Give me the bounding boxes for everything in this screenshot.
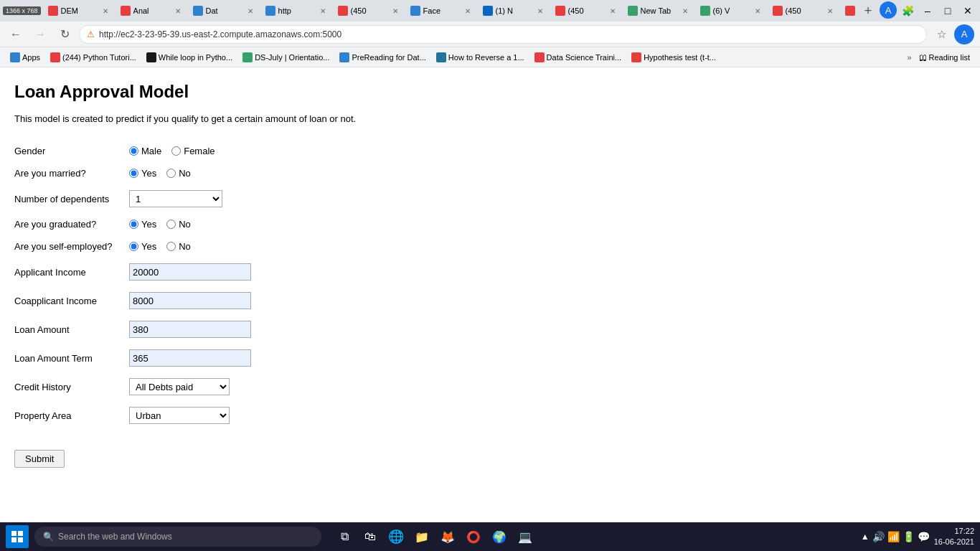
self-employed-yes-option[interactable]: Yes bbox=[129, 241, 156, 252]
property-area-select[interactable]: Urban Rural Semiurban bbox=[129, 407, 230, 424]
network-status-icon[interactable]: 📶 bbox=[887, 531, 900, 542]
self-employed-row: Are you self-employed? Yes No bbox=[14, 241, 966, 252]
tab-close-tab7[interactable]: ✕ bbox=[537, 7, 543, 15]
title-bar: 980 x 551 DEM ✕ Anal ✕ Dat ✕ http ✕ (45… bbox=[0, 0, 980, 22]
browser-tab-tab3[interactable]: Dat ✕ bbox=[187, 1, 259, 20]
bookmark-bm2[interactable]: (244) Python Tutori... bbox=[46, 51, 141, 64]
bookmark-bm7[interactable]: Data Science Traini... bbox=[530, 51, 626, 64]
married-no-option[interactable]: No bbox=[166, 168, 191, 179]
graduated-yes-option[interactable]: Yes bbox=[129, 219, 156, 230]
bookmark-bm3[interactable]: While loop in Pytho... bbox=[142, 51, 237, 64]
graduated-no-option[interactable]: No bbox=[166, 219, 191, 230]
bookmark-label-bm5: PreReading for Dat... bbox=[352, 53, 425, 62]
loan-term-input[interactable] bbox=[129, 349, 251, 367]
edge-browser-icon[interactable]: 🌐 bbox=[385, 525, 407, 548]
tab-close-tab4[interactable]: ✕ bbox=[320, 7, 326, 15]
tab-close-tab11[interactable]: ✕ bbox=[827, 7, 833, 15]
bookmark-bm1[interactable]: Apps bbox=[6, 51, 44, 64]
battery-icon[interactable]: 🔋 bbox=[903, 531, 915, 542]
browser-tab-tab8[interactable]: (450 ✕ bbox=[550, 1, 621, 20]
firefox-icon[interactable]: 🦊 bbox=[436, 525, 459, 548]
browser-tab-tab4[interactable]: http ✕ bbox=[260, 1, 331, 20]
file-explorer-icon[interactable]: 📁 bbox=[410, 525, 433, 548]
gender-female-radio[interactable] bbox=[171, 146, 181, 156]
married-no-radio[interactable] bbox=[166, 169, 176, 178]
minimize-button[interactable]: – bbox=[918, 1, 937, 20]
gender-male-option[interactable]: Male bbox=[129, 146, 161, 156]
tab-title-tab3: Dat bbox=[206, 6, 245, 15]
browser-tab-tab7[interactable]: (1) N ✕ bbox=[477, 1, 549, 20]
taskbar-time[interactable]: 17:22 16-06-2021 bbox=[934, 526, 974, 548]
page-content: Loan Approval Model This model is create… bbox=[0, 67, 980, 522]
loan-amount-input[interactable] bbox=[129, 321, 251, 338]
gender-female-option[interactable]: Female bbox=[171, 146, 215, 156]
volume-icon[interactable]: 🔊 bbox=[872, 531, 885, 542]
coapplicant-income-label: Coapplicant Income bbox=[14, 296, 129, 306]
reading-list-button[interactable]: 🕮 Reading list bbox=[915, 52, 974, 63]
network-icon[interactable]: 🌍 bbox=[488, 525, 511, 548]
back-button[interactable]: ← bbox=[6, 24, 26, 44]
browser-tab-tab10[interactable]: (6) V ✕ bbox=[694, 1, 766, 20]
user-profile-icon[interactable]: A bbox=[954, 24, 974, 44]
notification-icon[interactable]: 💬 bbox=[918, 531, 930, 542]
married-yes-radio[interactable] bbox=[129, 169, 138, 178]
tab-close-tab9[interactable]: ✕ bbox=[682, 7, 688, 15]
tab-close-tab5[interactable]: ✕ bbox=[392, 7, 398, 15]
browser-tab-tab11[interactable]: (450 ✕ bbox=[767, 1, 839, 20]
new-tab-button[interactable]: + bbox=[858, 1, 878, 20]
forward-button[interactable]: → bbox=[30, 24, 50, 44]
start-button[interactable] bbox=[6, 525, 29, 548]
task-view-button[interactable]: ⧉ bbox=[333, 525, 356, 548]
bookmark-bm6[interactable]: How to Reverse a 1... bbox=[432, 51, 529, 64]
browser-tab-tab1[interactable]: DEM ✕ bbox=[42, 1, 114, 20]
maximize-button[interactable]: □ bbox=[938, 1, 957, 20]
bookmarks-more-icon[interactable]: » bbox=[907, 53, 911, 62]
refresh-button[interactable]: ↻ bbox=[55, 24, 75, 44]
credit-history-select[interactable]: All Debts paid No Debts paid bbox=[129, 378, 230, 395]
terminal-icon[interactable]: 💻 bbox=[514, 525, 537, 548]
bookmark-star-icon[interactable]: ☆ bbox=[931, 24, 951, 44]
self-employed-no-option[interactable]: No bbox=[166, 241, 191, 252]
tab-close-tab8[interactable]: ✕ bbox=[610, 7, 616, 15]
tab-close-tab2[interactable]: ✕ bbox=[175, 7, 181, 15]
tab-close-tab10[interactable]: ✕ bbox=[755, 7, 760, 15]
tab-title-tab5: (450 bbox=[351, 6, 390, 15]
close-button[interactable]: ✕ bbox=[958, 1, 977, 20]
gender-male-radio[interactable] bbox=[129, 146, 138, 156]
store-app-icon[interactable]: 🛍 bbox=[359, 525, 382, 548]
taskbar-search[interactable]: 🔍 Search the web and Windows bbox=[34, 527, 321, 547]
tab-close-tab1[interactable]: ✕ bbox=[103, 7, 108, 15]
married-yes-option[interactable]: Yes bbox=[129, 168, 156, 179]
svg-rect-3 bbox=[18, 537, 23, 542]
browser-tab-tab5[interactable]: (450 ✕ bbox=[332, 1, 404, 20]
tab-favicon-tab7 bbox=[483, 6, 493, 16]
married-no-label: No bbox=[179, 168, 191, 179]
tab-close-tab3[interactable]: ✕ bbox=[248, 7, 253, 15]
browser-tab-tab6[interactable]: Face ✕ bbox=[405, 1, 476, 20]
graduated-no-radio[interactable] bbox=[166, 220, 176, 229]
applicant-income-input[interactable] bbox=[129, 263, 251, 281]
browser-tab-tab9[interactable]: New Tab ✕ bbox=[622, 1, 694, 20]
tab-close-tab6[interactable]: ✕ bbox=[465, 7, 471, 15]
tab-favicon-tab1 bbox=[48, 6, 58, 16]
bookmark-bm4[interactable]: DS-July | Orientatio... bbox=[238, 51, 334, 64]
taskbar-apps: ⧉ 🛍 🌐 📁 🦊 ⭕ 🌍 💻 bbox=[333, 525, 537, 548]
extensions-icon[interactable]: 🧩 bbox=[898, 1, 917, 20]
submit-button[interactable]: Submit bbox=[14, 450, 65, 468]
bookmark-bm8[interactable]: Hypothesis test (t-t... bbox=[627, 51, 720, 64]
chevron-up-icon[interactable]: ▲ bbox=[861, 532, 870, 542]
coapplicant-income-input[interactable] bbox=[129, 292, 251, 309]
chrome-icon[interactable]: ⭕ bbox=[462, 525, 485, 548]
browser-tab-tab2[interactable]: Anal ✕ bbox=[115, 1, 187, 20]
bookmark-bm5[interactable]: PreReading for Dat... bbox=[335, 51, 430, 64]
page-subtitle: This model is created to predict if you … bbox=[14, 113, 966, 124]
self-employed-yes-radio[interactable] bbox=[129, 242, 138, 251]
applicant-income-row: Applicant Income bbox=[14, 263, 966, 281]
address-bar[interactable]: ⚠ http://ec2-3-23-95-39.us-east-2.comput… bbox=[79, 25, 927, 44]
applicant-income-label: Applicant Income bbox=[14, 267, 129, 278]
dependents-select[interactable]: 0 1 2 3+ bbox=[129, 190, 222, 207]
self-employed-no-radio[interactable] bbox=[166, 242, 176, 251]
profile-icon[interactable]: A bbox=[880, 1, 897, 19]
browser-tab-tab12[interactable]: (450 ✕ bbox=[839, 1, 857, 20]
graduated-yes-radio[interactable] bbox=[129, 220, 138, 229]
